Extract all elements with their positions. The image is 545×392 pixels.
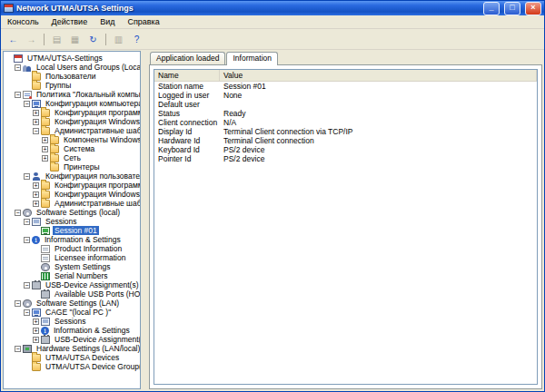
tree-item[interactable]: −Local Users and Groups (Local) [4, 63, 140, 72]
tree-item[interactable]: −Политика "Локальный компьютер" [4, 90, 140, 99]
menu-view[interactable]: Вид [94, 16, 121, 27]
tree-item[interactable]: −Software Settings (local) [4, 208, 140, 217]
tree-item[interactable]: Пользователи [4, 72, 140, 81]
pane-splitter[interactable] [144, 51, 146, 389]
show-console-tree-icon[interactable]: ▤ [48, 32, 65, 47]
tree-expander-minus-icon[interactable]: − [24, 219, 30, 225]
list-row[interactable]: Keyboard IdPS/2 device [154, 145, 537, 154]
tree-item[interactable]: −Sessions [4, 217, 140, 226]
main-area: UTMA/UTSA-Settings−Local Users and Group… [1, 50, 544, 391]
console-tree: UTMA/UTSA-Settings−Local Users and Group… [3, 51, 141, 389]
tree-expander-plus-icon[interactable]: + [42, 155, 48, 162]
tree-expander-plus-icon[interactable]: + [33, 328, 39, 334]
list-row[interactable]: Station nameSession #01 [154, 82, 537, 91]
tree-expander-minus-icon[interactable]: − [15, 64, 21, 71]
forward-button-icon[interactable]: → [23, 32, 40, 47]
tree-item[interactable]: −Information & Settings [4, 235, 140, 244]
help-icon[interactable]: ? [128, 32, 145, 47]
tree-item[interactable]: UTMA/UTSA Devices [4, 353, 140, 362]
tree-item[interactable]: −Hardware Settings (LAN/local) [4, 344, 140, 353]
tree-item[interactable]: −Административные шаблоны [4, 126, 140, 135]
tree-item[interactable]: Session #01 [4, 226, 140, 235]
tree-expander-minus-icon[interactable]: − [24, 237, 30, 243]
tree-expander-plus-icon[interactable]: + [33, 110, 39, 116]
tree-expander-minus-icon[interactable]: − [15, 210, 21, 216]
tree-expander-plus-icon[interactable]: + [42, 137, 48, 143]
back-button-icon[interactable]: ← [5, 32, 22, 47]
tree-item[interactable]: +Конфигурация Windows [4, 190, 140, 199]
tree-item[interactable]: UTMA/UTSA Device Group(s) [4, 362, 140, 371]
tree-item[interactable]: Licensee information [4, 253, 140, 262]
tree-item[interactable]: +USB-Device Assignment(s) [4, 335, 140, 344]
maximize-button[interactable]: □ [504, 2, 520, 15]
tree-item[interactable]: +Система [4, 144, 140, 153]
gear-icon [41, 263, 50, 271]
list-row[interactable]: Logged in userNone [154, 91, 537, 100]
app-window: Network UTMA/UTSA Settings _ □ × Консоль… [0, 0, 545, 392]
tree-item[interactable]: System Settings [4, 262, 140, 271]
tree-item[interactable]: +Административные шаблоны [4, 199, 140, 208]
tree-expander-plus-icon[interactable]: + [33, 119, 39, 125]
tree-expander-plus-icon[interactable]: + [33, 182, 39, 189]
tree-item-label: Конфигурация программ [53, 181, 141, 190]
tree-item[interactable]: +Sessions [4, 317, 140, 326]
tree-item-label: Конфигурация Windows [53, 190, 141, 199]
column-header-name[interactable]: Name [154, 70, 220, 82]
export-list-icon[interactable]: ▥ [110, 32, 127, 47]
properties-icon[interactable]: ▦ [66, 32, 84, 47]
tree-item-label: Политика "Локальный компьютер" [35, 90, 141, 99]
tree-expander-minus-icon[interactable]: − [15, 346, 21, 352]
tree-item[interactable]: +Конфигурация Windows [4, 117, 140, 126]
tab-information[interactable]: Information [226, 52, 278, 65]
folder-icon [32, 363, 41, 371]
list-row[interactable]: Default user [154, 100, 537, 109]
tree-expander-minus-icon[interactable]: − [24, 173, 30, 180]
tree-expander-plus-icon[interactable]: + [33, 191, 39, 198]
menu-action[interactable]: Действие [45, 16, 94, 27]
tree-item[interactable]: −CAGE "(local PC )" [4, 308, 140, 317]
tree-expander-plus-icon[interactable]: + [33, 201, 39, 207]
tree-item[interactable]: +Information & Settings [4, 326, 140, 335]
tree-expander-minus-icon[interactable]: − [24, 282, 30, 289]
toolbar: ←→▤▦↻▥? [1, 29, 544, 50]
list-row[interactable]: Client connectionN/A [154, 118, 537, 127]
tree-expander-plus-icon[interactable]: + [42, 146, 48, 152]
tree-item[interactable]: Available USB Ports (HOST-PC), Sett [4, 289, 140, 299]
tree-item[interactable]: Product Information [4, 244, 140, 253]
tree-expander-plus-icon[interactable]: + [33, 318, 39, 325]
tree-expander-minus-icon[interactable]: − [15, 92, 21, 98]
close-button[interactable]: × [525, 2, 541, 15]
list-row[interactable]: StatusReady [154, 109, 537, 118]
title-bar[interactable]: Network UTMA/UTSA Settings _ □ × [1, 1, 544, 15]
tree-item[interactable]: Группы [4, 81, 140, 90]
column-header-value[interactable]: Value [220, 70, 537, 82]
tree-expander-minus-icon[interactable]: − [24, 309, 30, 316]
tree-item-label: Available USB Ports (HOST-PC), Sett [53, 289, 141, 299]
tree-item[interactable]: UTMA/UTSA-Settings [4, 54, 140, 63]
tree-expander-minus-icon[interactable]: − [33, 128, 39, 134]
list-row[interactable]: Hardware IdTerminal Client connection [154, 136, 537, 145]
tree-expander-minus-icon[interactable]: − [24, 101, 30, 107]
tree-item[interactable]: −USB-Device Assignment(s) [4, 280, 140, 289]
menu-help[interactable]: Справка [121, 16, 165, 27]
tree-item[interactable]: +Конфигурация программ [4, 181, 140, 190]
tree-item[interactable]: +Сеть [4, 153, 140, 162]
tree-item[interactable]: +Конфигурация программ [4, 108, 140, 117]
tree-item[interactable]: +Компоненты Windows [4, 135, 140, 144]
doc-icon [41, 245, 50, 253]
tree-item[interactable]: −Конфигурация компьютера [4, 99, 140, 108]
menu-console[interactable]: Консоль [1, 16, 45, 27]
tab-application-loaded[interactable]: Application loaded [150, 52, 225, 64]
tree-item-label: UTMA/UTSA Device Group(s) [44, 362, 141, 371]
tree-item[interactable]: −Конфигурация пользователя [4, 172, 140, 181]
list-row[interactable]: Display IdTerminal Client connection via… [154, 127, 537, 136]
refresh-icon[interactable]: ↻ [84, 32, 102, 47]
tree-item[interactable]: −Software Settings (LAN) [4, 299, 140, 308]
list-row[interactable]: Pointer IdPS/2 device [154, 154, 537, 163]
tree-item[interactable]: Принтеры [4, 162, 140, 172]
tree-item[interactable]: Serial Numbers [4, 271, 140, 280]
tree-expander-plus-icon[interactable]: + [33, 337, 39, 343]
tree-expander-minus-icon[interactable]: − [15, 300, 21, 307]
minimize-button[interactable]: _ [483, 2, 500, 15]
app-icon [4, 4, 14, 13]
